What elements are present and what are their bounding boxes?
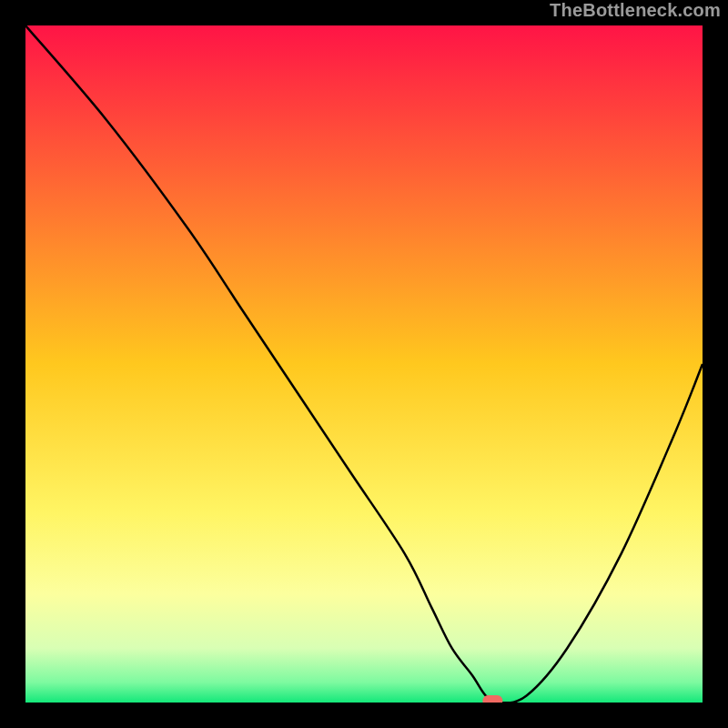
- gradient-background: [25, 25, 703, 703]
- optimal-marker: [482, 695, 502, 703]
- watermark-text: TheBottleneck.com: [550, 0, 721, 21]
- plot-area: [25, 25, 703, 703]
- chart-container: TheBottleneck.com: [0, 0, 728, 728]
- bottleneck-curve-chart: [25, 25, 703, 703]
